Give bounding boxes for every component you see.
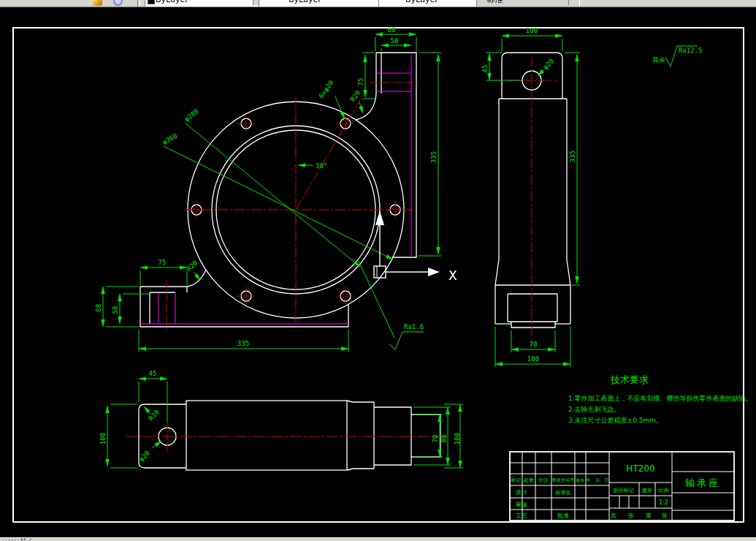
dim-100-right: 100 [454, 433, 461, 444]
dim-45: 45 [481, 65, 489, 73]
dim-68-left: 68 [95, 304, 102, 312]
side-view-centerlines [508, 57, 557, 345]
status-bar: ......12 / [0, 537, 756, 541]
tb-approve: 批准 [557, 512, 569, 519]
tb-sheet-zhang2: 张 [662, 512, 668, 519]
tb-mark: 标记 [511, 477, 522, 483]
bottom-view-outline [139, 401, 440, 470]
dim-80: 80 [440, 435, 448, 443]
tb-design: 设计 [516, 489, 527, 496]
dim-335-right: 335 [430, 151, 438, 163]
tb-scale-label: 比例 [659, 488, 669, 493]
dia-20: φ20 [542, 58, 556, 72]
tb-date: 年、月、日 [587, 477, 609, 483]
tb-part-name: 轴承座 [685, 477, 720, 488]
ucs-x-label: X [448, 268, 457, 283]
tech-req-line-2: 2.去除毛刺飞边。 [568, 406, 621, 413]
dim-335-bottom: 335 [237, 340, 249, 347]
toolbar-separator [137, 0, 140, 7]
title-block: 标记 处数 分区 更改文件号 签名 年、月、日 设计 标准化 审核 工艺 批准 … [510, 452, 734, 521]
lineweight-control-value: ByLayer [405, 0, 438, 4]
dim-100-bottom: 100 [527, 355, 539, 363]
fillet-r10: R10 [148, 409, 161, 423]
tb-change-no: 更改文件号 [552, 477, 575, 483]
angle-30: 30° [316, 162, 327, 170]
front-view-dimension-lines [103, 34, 441, 352]
drawing-canvas[interactable]: 68 58 75 335 6xφ20 R20 φ280 φ360 30° 75 … [0, 0, 756, 541]
dim-68: 68 [388, 26, 396, 34]
tb-scale-value: 1:2 [659, 499, 668, 506]
bottom-view-dimension-lines [107, 379, 463, 468]
dia-20: φ20 [138, 450, 151, 464]
hole-note: 6xφ20 [318, 79, 335, 99]
tb-standardization: 标准化 [555, 490, 571, 496]
dim-335: 335 [569, 151, 576, 162]
drawing-frame [13, 28, 744, 522]
style-control-combo[interactable]: 标准 [476, 0, 580, 7]
tb-review: 审核 [516, 502, 527, 508]
roughness-value: Ra12.5 [679, 47, 703, 54]
side-view: 100 45 φ20 335 70 100 [481, 27, 580, 367]
roughness-prefix: 其余 [652, 56, 665, 64]
dia-360: φ360 [161, 132, 179, 146]
dia-280: φ280 [183, 107, 200, 123]
tb-material: HT200 [626, 464, 654, 474]
style-control-value: 标准 [487, 0, 503, 4]
dim-58-left: 58 [112, 306, 119, 314]
tech-requirements: 技术要求 1.零件加工表面上，不应有划痕、擦伤等损伤零件表面的缺陷。 2.去除毛… [568, 374, 752, 424]
bottom-view-dimension-texts: 45 100 R10 φ20 70 80 100 [99, 370, 461, 463]
application-window: ByLayer ByLayer ByLayer 标准 [0, 0, 756, 541]
side-view-outline [495, 53, 570, 328]
tb-sheet-gong: 共 [611, 512, 616, 519]
front-view-outline [140, 53, 416, 327]
dim-70: 70 [530, 341, 538, 348]
dropdown-arrow-icon[interactable] [568, 0, 579, 5]
tb-sheet-di: 第 [646, 512, 652, 519]
tool-icon-2[interactable] [113, 0, 123, 6]
tb-sheet-zhang1: 张 [628, 512, 634, 519]
tb-zone: 分区 [538, 477, 549, 483]
roughness-ra16: Ra1.6 [404, 323, 424, 330]
dim-58: 58 [391, 37, 399, 45]
front-view-dimension-texts: 68 58 75 335 6xφ20 R20 φ280 φ360 30° 75 … [95, 26, 438, 347]
tb-sign: 签名 [576, 477, 584, 483]
tech-req-line-3: 3.未注尺寸公差精度±0.5mm。 [568, 417, 663, 424]
dim-75-left: 75 [159, 259, 167, 266]
tool-icon-1[interactable] [93, 0, 102, 6]
dim-45: 45 [149, 370, 157, 377]
dim-75-right: 75 [357, 78, 364, 86]
tb-stage-mark: 阶段标记 [614, 488, 634, 493]
tech-req-title: 技术要求 [610, 374, 649, 385]
dim-100-top: 100 [526, 27, 538, 34]
ucs-icon: X [374, 211, 457, 283]
tech-req-line-1: 1.零件加工表面上，不应有划痕、擦伤等损伤零件表面的缺陷。 [568, 395, 752, 402]
dim-70: 70 [432, 435, 439, 443]
tb-weight: 重量 [642, 488, 652, 493]
color-control-combo[interactable]: ByLayer [145, 0, 264, 7]
dim-100-left: 100 [99, 433, 107, 444]
general-roughness-note: 其余 Ra12.5 [652, 46, 703, 67]
tb-count: 处数 [524, 477, 535, 483]
tb-process: 工艺 [516, 512, 527, 519]
bottom-view-centerlines [126, 423, 447, 451]
status-left-text: ......12 / [1, 537, 32, 541]
properties-toolbar: ByLayer ByLayer ByLayer 标准 [0, 0, 756, 7]
front-view: 68 58 75 335 6xφ20 R20 φ280 φ360 30° 75 … [95, 26, 457, 352]
side-view-dimension-lines [486, 36, 580, 367]
front-view-hidden-lines [140, 55, 411, 324]
color-control-value: ByLayer [156, 0, 188, 4]
linetype-control-value: ByLayer [289, 0, 321, 4]
bottom-view: 45 100 R10 φ20 70 80 100 [99, 370, 463, 470]
color-swatch [148, 0, 155, 4]
